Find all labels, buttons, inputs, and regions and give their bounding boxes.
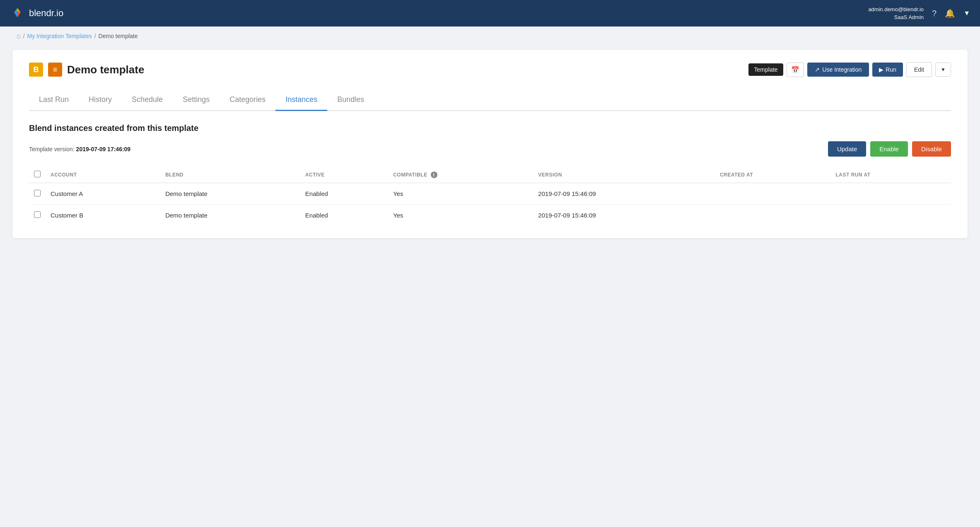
- play-icon: ▶: [879, 66, 883, 73]
- version-label: Template version: 2019-07-09 17:46:09: [29, 146, 130, 152]
- instance-action-buttons: Update Enable Disable: [828, 141, 951, 157]
- col-compatible: COMPATIBLE i: [388, 167, 533, 183]
- table-row: Customer B Demo template Enabled Yes 201…: [29, 205, 951, 226]
- template-badge: Template: [748, 63, 784, 76]
- user-email: admin.demo@blendr.io: [868, 5, 924, 14]
- version-value: 2019-07-09 17:46:09: [76, 146, 131, 152]
- blendr-logo-icon: [10, 6, 25, 21]
- row-1-account: Customer A: [46, 183, 160, 205]
- logo-group[interactable]: blendr.io: [10, 6, 63, 21]
- table-header: ACCOUNT BLEND ACTIVE COMPATIBLE i VERSIO…: [29, 167, 951, 183]
- page-title: Demo template: [67, 63, 144, 76]
- user-info: admin.demo@blendr.io SaaS Admin: [868, 5, 924, 22]
- table-row: Customer A Demo template Enabled Yes 201…: [29, 183, 951, 205]
- select-all-col: [29, 167, 46, 183]
- breadcrumb-sep-1: /: [23, 33, 25, 39]
- compatible-info-icon[interactable]: i: [431, 172, 437, 178]
- main-container: B ≡ Demo template Template 📅 ↗ Use Integ…: [12, 50, 968, 238]
- help-icon[interactable]: ?: [932, 9, 937, 18]
- col-active: ACTIVE: [300, 167, 388, 183]
- breadcrumb-current-page: Demo template: [99, 33, 138, 39]
- col-last-run-at: LAST RUN AT: [830, 167, 951, 183]
- breadcrumb-templates-link[interactable]: My Integration Templates: [27, 33, 92, 39]
- row-2-compatible: Yes: [388, 205, 533, 226]
- tab-instances[interactable]: Instances: [275, 89, 327, 111]
- row-2-active: Enabled: [300, 205, 388, 226]
- tab-schedule[interactable]: Schedule: [122, 89, 173, 111]
- notification-icon[interactable]: 🔔: [945, 8, 955, 18]
- tab-settings[interactable]: Settings: [173, 89, 220, 111]
- row-2-checkbox[interactable]: [34, 211, 41, 218]
- instances-table: ACCOUNT BLEND ACTIVE COMPATIBLE i VERSIO…: [29, 167, 951, 226]
- row-1-last-run-at: [830, 183, 951, 205]
- row-1-version: 2019-07-09 15:46:09: [533, 183, 715, 205]
- col-created-at: CREATED AT: [715, 167, 831, 183]
- disable-button[interactable]: Disable: [912, 141, 951, 157]
- calendar-button[interactable]: 📅: [787, 63, 804, 77]
- title-group: B ≡ Demo template: [29, 63, 144, 77]
- home-breadcrumb-icon[interactable]: ⌂: [17, 32, 21, 40]
- page-header: B ≡ Demo template Template 📅 ↗ Use Integ…: [29, 62, 951, 77]
- tabs-container: Last Run History Schedule Settings Categ…: [29, 89, 951, 111]
- table-body: Customer A Demo template Enabled Yes 201…: [29, 183, 951, 226]
- col-account: ACCOUNT: [46, 167, 160, 183]
- header-actions: Template 📅 ↗ Use Integration ▶ Run Edit …: [748, 62, 951, 77]
- tab-history[interactable]: History: [79, 89, 122, 111]
- header-right: admin.demo@blendr.io SaaS Admin ? 🔔 ▼: [868, 5, 970, 22]
- breadcrumb: ⌂ / My Integration Templates / Demo temp…: [0, 27, 980, 46]
- row-2-version: 2019-07-09 15:46:09: [533, 205, 715, 226]
- section-title: Blend instances created from this templa…: [29, 123, 951, 133]
- more-actions-dropdown[interactable]: ▼: [935, 63, 951, 77]
- row-1-compatible: Yes: [388, 183, 533, 205]
- blend-icon-orange2: ≡: [48, 63, 62, 77]
- select-all-checkbox[interactable]: [34, 171, 41, 177]
- tab-categories[interactable]: Categories: [220, 89, 275, 111]
- row-2-last-run-at: [830, 205, 951, 226]
- row-2-created-at: [715, 205, 831, 226]
- row-1-created-at: [715, 183, 831, 205]
- blend-icon-orange: B: [29, 63, 43, 77]
- row-1-blend: Demo template: [160, 183, 300, 205]
- instances-section: Blend instances created from this templa…: [29, 123, 951, 226]
- external-link-icon: ↗: [815, 66, 820, 73]
- col-blend: BLEND: [160, 167, 300, 183]
- run-button[interactable]: ▶ Run: [872, 63, 903, 77]
- tab-last-run[interactable]: Last Run: [29, 89, 79, 111]
- logo-text: blendr.io: [29, 8, 63, 19]
- use-integration-button[interactable]: ↗ Use Integration: [807, 63, 869, 77]
- app-header: blendr.io admin.demo@blendr.io SaaS Admi…: [0, 0, 980, 27]
- user-role: SaaS Admin: [868, 13, 924, 22]
- tab-bundles[interactable]: Bundles: [327, 89, 374, 111]
- row-2-blend: Demo template: [160, 205, 300, 226]
- edit-button[interactable]: Edit: [906, 62, 932, 77]
- row-1-active: Enabled: [300, 183, 388, 205]
- breadcrumb-sep-2: /: [94, 33, 96, 39]
- account-menu-icon[interactable]: ▼: [963, 10, 970, 17]
- update-button[interactable]: Update: [828, 141, 866, 157]
- row-1-checkbox[interactable]: [34, 190, 41, 196]
- enable-button[interactable]: Enable: [870, 141, 908, 157]
- version-row: Template version: 2019-07-09 17:46:09 Up…: [29, 141, 951, 157]
- col-version: VERSION: [533, 167, 715, 183]
- row-2-account: Customer B: [46, 205, 160, 226]
